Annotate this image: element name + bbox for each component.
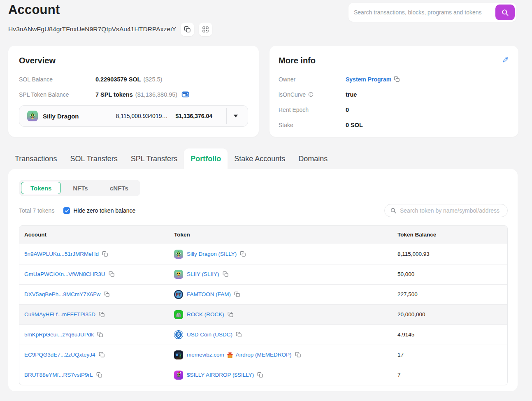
silly-airdrop-token-icon — [174, 371, 183, 380]
rock-token-icon — [174, 310, 183, 319]
copy-icon[interactable] — [394, 76, 400, 82]
dropdown-divider — [226, 108, 227, 124]
tab-stake-accounts[interactable]: Stake Accounts — [228, 148, 292, 169]
token-link[interactable]: SLIIY (SLIIY) — [187, 271, 219, 277]
copy-icon[interactable] — [257, 372, 263, 378]
copy-icon[interactable] — [99, 311, 105, 318]
column-header-account: Account — [19, 226, 169, 244]
token-table: Account Token Token Balance 5n9AWPLUKu..… — [19, 225, 508, 385]
table-row: EC9PQG3dE7...2zUQxteyJ4 memevibz.com Air… — [19, 345, 507, 365]
hide-zero-checkbox[interactable] — [63, 207, 70, 214]
qr-code-button[interactable] — [199, 23, 212, 36]
gift-icon — [226, 351, 234, 359]
dropdown-token-name: Silly Dragon — [43, 113, 79, 120]
copy-icon[interactable] — [228, 311, 234, 318]
wallet-icon[interactable] — [181, 90, 190, 99]
famtoon-token-icon — [174, 290, 183, 299]
token-link[interactable]: USD Coin (USDC) — [187, 331, 232, 338]
overview-title: Overview — [19, 56, 248, 68]
chevron-down-icon — [233, 114, 238, 118]
sol-balance-row: SOL Balance 0.22903579 SOL ($25.5) — [19, 75, 248, 83]
token-link[interactable]: ROCK (ROCK) — [187, 311, 224, 318]
token-dropdown[interactable]: Silly Dragon 8,115,000.934019… $1,136,37… — [19, 105, 248, 127]
table-row: DXV5aqBePh...8MCmY7X6Fw FAMTOON (FAM) 22… — [19, 284, 507, 304]
subtab-nfts[interactable]: NFTs — [61, 182, 100, 194]
isoncurve-row: isOnCurve true — [279, 90, 508, 98]
table-row: BRUT88eYMf...RS7vstP9rL $SILLY AIRDROP (… — [19, 365, 507, 385]
filter-row: Total 7 tokens Hide zero token balance — [19, 204, 508, 217]
copy-icon[interactable] — [102, 251, 108, 257]
token-link[interactable]: $SILLY AIRDROP ($SILLY) — [187, 372, 254, 378]
copy-icon — [184, 26, 191, 33]
sliiy-token-icon — [174, 270, 183, 279]
memedrop-token-icon — [174, 350, 183, 359]
token-balance: 17 — [397, 352, 404, 358]
stake-value: 0 SOL — [346, 122, 363, 128]
token-balance: 8,115,000.93 — [397, 251, 430, 257]
token-balance: 4.9145 — [397, 331, 414, 338]
tab-domains[interactable]: Domains — [292, 148, 334, 169]
summary-cards: Overview SOL Balance 0.22903579 SOL ($25… — [8, 46, 518, 137]
account-link[interactable]: DXV5aqBePh...8MCmY7X6Fw — [24, 291, 100, 297]
account-address: Hv3nANwFgU84grTFnxUeN9R7QfpVsAu41HTDRPAx… — [8, 25, 176, 33]
token-link[interactable]: Silly Dragon (SILLY) — [187, 251, 237, 257]
copy-icon[interactable] — [234, 291, 240, 297]
pencil-icon — [502, 56, 509, 63]
tab-sol-transfers[interactable]: SOL Transfers — [63, 148, 124, 169]
copy-icon[interactable] — [109, 271, 115, 277]
more-info-card: More info Owner System Program isOnCurve… — [269, 46, 518, 137]
account-link[interactable]: Cu9MAyHFLf...mFFFTPi35D — [24, 311, 95, 318]
isoncurve-value: true — [346, 91, 357, 98]
tab-transactions[interactable]: Transactions — [8, 148, 63, 169]
table-row: 5mKpRpGeui...zYq6uJUPdk USD Coin (USDC) … — [19, 325, 507, 345]
tab-portfolio[interactable]: Portfolio — [184, 148, 228, 169]
subtab-cnfts[interactable]: cNFTs — [100, 182, 138, 194]
total-tokens-label: Total 7 tokens — [19, 207, 54, 214]
usdc-token-icon — [174, 330, 183, 339]
dropdown-token-usd: $1,136,376.04 — [175, 113, 212, 119]
account-link[interactable]: EC9PQG3dE7...2zUQxteyJ4 — [24, 352, 95, 358]
token-search-input[interactable] — [397, 207, 502, 214]
account-link[interactable]: BRUT88eYMf...RS7vstP9rL — [24, 372, 93, 378]
copy-icon[interactable] — [97, 331, 103, 338]
token-balance: 227,500 — [397, 291, 418, 297]
global-search-bar — [348, 3, 516, 22]
owner-link[interactable]: System Program — [346, 76, 391, 83]
more-info-title: More info — [279, 56, 508, 68]
global-search-button[interactable] — [495, 5, 515, 20]
stake-label: Stake — [279, 122, 346, 128]
check-icon — [65, 209, 69, 213]
token-balance: 20,000,000 — [397, 311, 425, 318]
account-link[interactable]: GmUaPWCKXn...VfWN8CHR3U — [24, 271, 105, 277]
subtab-tokens[interactable]: Tokens — [21, 182, 61, 194]
copy-address-button[interactable] — [181, 23, 194, 36]
hide-zero-toggle[interactable]: Hide zero token balance — [63, 207, 135, 214]
account-link[interactable]: 5n9AWPLUKu...51rJMRMeHd — [24, 251, 99, 257]
tab-spl-transfers[interactable]: SPL Transfers — [124, 148, 184, 169]
address-row: Hv3nANwFgU84grTFnxUeN9R7QfpVsAu41HTDRPAx… — [8, 22, 532, 36]
copy-icon[interactable] — [99, 352, 105, 358]
edit-button[interactable] — [502, 56, 509, 63]
global-search-input[interactable] — [348, 9, 495, 16]
info-icon[interactable] — [308, 92, 314, 97]
search-icon — [390, 207, 397, 214]
copy-icon[interactable] — [240, 251, 246, 257]
token-link[interactable]: memevibz.com Airdrop (MEMEDROP) — [187, 351, 292, 359]
table-header-row: Account Token Token Balance — [19, 226, 507, 244]
stake-row: Stake 0 SOL — [279, 121, 508, 129]
copy-icon[interactable] — [295, 352, 301, 358]
copy-icon[interactable] — [223, 271, 229, 277]
account-link[interactable]: 5mKpRpGeui...zYq6uJUPdk — [24, 331, 94, 338]
copy-icon[interactable] — [104, 291, 110, 297]
owner-label: Owner — [279, 76, 346, 83]
top-bar: Account — [8, 0, 532, 22]
overview-card: Overview SOL Balance 0.22903579 SOL ($25… — [8, 46, 259, 137]
copy-icon[interactable] — [96, 372, 102, 378]
copy-icon[interactable] — [236, 331, 242, 338]
column-header-token-balance: Token Balance — [393, 226, 507, 244]
token-link[interactable]: FAMTOON (FAM) — [187, 291, 231, 297]
account-tabs: TransactionsSOL TransfersSPL TransfersPo… — [8, 148, 532, 169]
spl-balance-row: SPL Token Balance 7 SPL tokens ($1,136,3… — [19, 90, 248, 98]
qr-code-icon — [202, 26, 209, 33]
rent-epoch-value: 0 — [346, 107, 349, 113]
